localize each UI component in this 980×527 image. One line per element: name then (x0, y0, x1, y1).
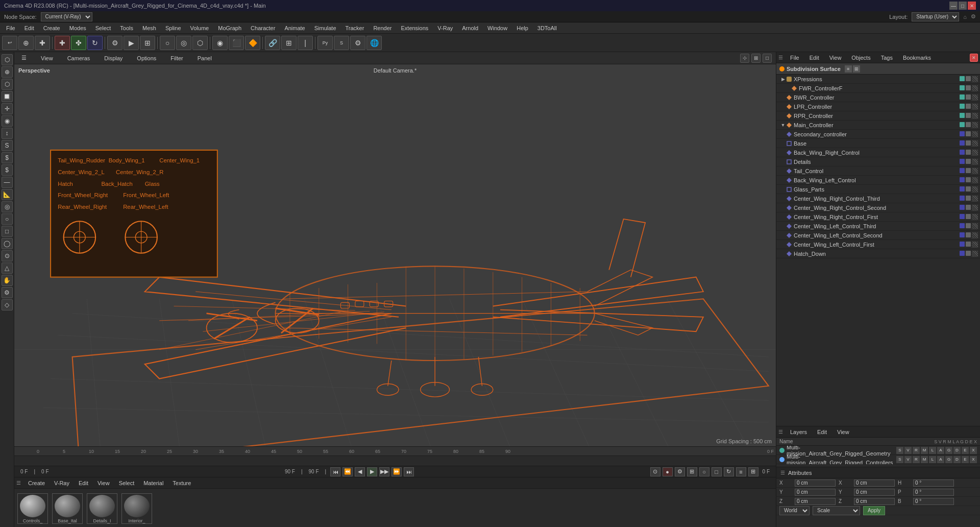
bottom-tab-vray[interactable]: V-Ray (50, 479, 74, 487)
obj-row-details[interactable]: Details (776, 157, 980, 166)
layer-ctrl-icon-r[interactable]: R (913, 456, 920, 463)
attrs-scale-select[interactable]: Scale Uniform Scale (813, 506, 860, 515)
menu-arnold[interactable]: Arnold (458, 24, 482, 32)
layer-ctrl-icon-d[interactable]: D (953, 456, 961, 463)
layer-icon-a[interactable]: A (937, 447, 944, 454)
toolbar-objects[interactable]: ○ (160, 36, 175, 50)
lt-object-mode[interactable]: ⬡ (2, 54, 13, 65)
lt-brush[interactable]: — (2, 177, 13, 188)
attrs-z-pos-input[interactable] (795, 498, 836, 505)
om-bookmarks-menu[interactable]: Bookmarks (900, 54, 934, 62)
toolbar-guides[interactable]: | (298, 36, 313, 50)
layers-menu-edit[interactable]: Edit (814, 428, 830, 436)
attrs-y-pos2-input[interactable] (854, 489, 895, 496)
obj-row-bwr[interactable]: BWR_Controller (776, 93, 980, 102)
layer-icon-l[interactable]: L (929, 447, 936, 454)
lt-snap[interactable]: ◉ (2, 115, 13, 127)
obj-row-main-ctrl[interactable]: ▼ Main_Controller (776, 121, 980, 130)
bottom-tab-texture[interactable]: Texture (168, 479, 195, 487)
lt-edge-mode[interactable]: ⊕ (2, 66, 13, 78)
lt-inflate[interactable]: ◯ (2, 238, 13, 249)
toolbar-rotate[interactable]: ↻ (87, 36, 103, 50)
attrs-world-select[interactable]: World Object (779, 506, 810, 515)
lt-smooth[interactable]: ○ (2, 213, 13, 225)
vp-menu-display[interactable]: Display (101, 54, 126, 62)
toolbar-texture[interactable]: ⬛ (229, 36, 244, 50)
vp-menu-toggle[interactable]: ☰ (18, 54, 30, 62)
obj-row-secondary[interactable]: Secondary_controller (776, 130, 980, 139)
obj-row-bwrc[interactable]: Back_Wing_Right_Control (776, 148, 980, 157)
menu-vray[interactable]: V-Ray (433, 24, 457, 32)
menu-spline[interactable]: Spline (161, 24, 185, 32)
obj-row-bwlc[interactable]: Back_Wing_Left_Control (776, 176, 980, 185)
material-base[interactable]: Base_Ital (52, 493, 83, 524)
toolbar-script[interactable]: S (334, 36, 349, 50)
vp-capsule-btn[interactable]: ○ (699, 467, 709, 476)
toolbar-python[interactable]: Py (317, 36, 333, 50)
vp-autokey-btn[interactable]: ⚙ (675, 467, 685, 476)
lt-paint[interactable]: $ (2, 164, 13, 176)
layers-menu-toggle[interactable]: ☰ (778, 429, 783, 435)
vp-extra-btn2[interactable]: ⊞ (748, 467, 758, 476)
timeline-track[interactable] (14, 456, 776, 466)
obj-row-cwlct[interactable]: Center_Wing_Left_Control_Third (776, 222, 980, 231)
vp-btn-maximize[interactable]: □ (763, 54, 772, 63)
obj-row-hatch[interactable]: Hatch_Down (776, 249, 980, 258)
menu-simulate[interactable]: Simulate (310, 24, 340, 32)
layer-icon-r[interactable]: R (913, 447, 920, 454)
layer-ctrl-icon-g[interactable]: G (945, 456, 952, 463)
lt-grab[interactable]: ✋ (2, 275, 13, 286)
attrs-x-pos2-input[interactable] (854, 480, 895, 487)
om-menu-toggle[interactable]: ☰ (778, 55, 783, 60)
menu-character[interactable]: Character (247, 24, 279, 32)
vp-menu-filter[interactable]: Filter (167, 54, 186, 62)
vp-menu-options[interactable]: Options (134, 54, 159, 62)
menu-select[interactable]: Select (91, 24, 115, 32)
toolbar-add[interactable]: ✚ (35, 36, 50, 50)
toolbar-render-region[interactable]: ▶ (124, 36, 139, 50)
vp-loop-btn[interactable]: ↻ (724, 467, 734, 476)
om-edit-menu[interactable]: Edit (806, 54, 822, 62)
playback-next-key[interactable]: ⏩ (391, 467, 402, 476)
layout-select[interactable]: Startup (User) (912, 12, 959, 21)
obj-row-lpr[interactable]: LPR_Controller (776, 102, 980, 111)
lt-sculpt1[interactable]: S (2, 140, 13, 151)
menu-render[interactable]: Render (369, 24, 396, 32)
layers-menu-layers[interactable]: Layers (787, 428, 810, 436)
vp-preview-btn[interactable]: □ (712, 467, 722, 476)
material-controller[interactable]: Controls_ (17, 493, 48, 524)
layer-ctrl-icon-e[interactable]: E (962, 456, 969, 463)
toolbar-live-selection[interactable]: ⊕ (18, 36, 34, 50)
menu-animate[interactable]: Animate (280, 24, 309, 32)
menu-mesh[interactable]: Mesh (138, 24, 160, 32)
om-close-btn[interactable]: ✕ (970, 54, 978, 62)
vp-menu-panel[interactable]: Panel (194, 54, 215, 62)
menu-tracker[interactable]: Tracker (341, 24, 369, 32)
vp-motion-btn[interactable]: ⊞ (687, 467, 697, 476)
menu-3dtoall[interactable]: 3DToAll (533, 24, 561, 32)
attrs-h-input[interactable] (913, 480, 954, 487)
obj-row-cwlcf[interactable]: Center_Wing_Left_Control_First (776, 240, 980, 249)
subdiv-icon-2[interactable]: ⊞ (853, 65, 860, 73)
menu-volume[interactable]: Volume (186, 24, 213, 32)
layer-ctrl-icon-m[interactable]: M (921, 456, 928, 463)
attrs-b-input[interactable] (913, 498, 954, 505)
menu-window[interactable]: Window (483, 24, 511, 32)
lt-attract[interactable]: ◎ (2, 201, 13, 212)
attrs-apply-button[interactable]: Apply (863, 506, 885, 515)
bottom-menu-toggle[interactable]: ☰ (16, 480, 21, 486)
bottom-tab-select[interactable]: Select (115, 479, 139, 487)
viewport[interactable]: Tail_Wing_Rudder Body_Wing_1 Center_Wing… (14, 64, 776, 446)
playback-play[interactable]: ▶ (367, 467, 377, 476)
obj-row-xpressions[interactable]: ▶ XPressions (776, 75, 980, 84)
vp-menu-cameras[interactable]: Cameras (64, 54, 93, 62)
om-tags-menu[interactable]: Tags (878, 54, 896, 62)
toolbar-material[interactable]: ◉ (212, 36, 228, 50)
playback-to-start[interactable]: ⏮ (330, 467, 340, 476)
lt-measure[interactable]: 📐 (2, 189, 13, 200)
toolbar-render-settings[interactable]: ⚙ (107, 36, 122, 50)
lt-extra1[interactable]: ◇ (2, 299, 13, 310)
layer-ctrl-icon-x[interactable]: X (970, 456, 977, 463)
toolbar-move[interactable]: ✚ (55, 36, 70, 50)
maximize-button[interactable]: □ (959, 2, 967, 10)
